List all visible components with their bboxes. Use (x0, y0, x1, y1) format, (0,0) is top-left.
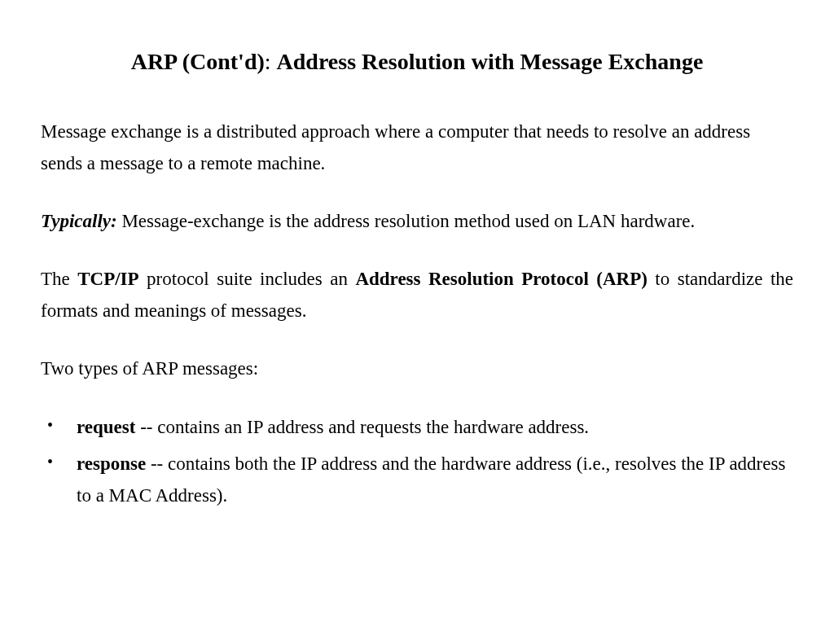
p3-arp: Address Resolution Protocol (ARP) (355, 269, 647, 289)
bullet-desc: -- contains an IP address and requests t… (135, 417, 589, 437)
slide-title: ARP (Cont'd): Address Resolution with Me… (41, 49, 793, 75)
typically-label: Typically: (41, 211, 117, 231)
title-separator: : (265, 49, 277, 74)
p3-part-c: protocol suite includes an (139, 269, 356, 289)
bullet-term: request (77, 417, 135, 437)
paragraph-typically: Typically: Message-exchange is the addre… (41, 205, 793, 237)
p3-tcpip: TCP/IP (77, 269, 138, 289)
p3-part-a: The (41, 269, 77, 289)
paragraph-two-types: Two types of ARP messages: (41, 353, 793, 384)
arp-message-types-list: request -- contains an IP address and re… (41, 411, 793, 511)
title-left: ARP (Cont'd) (131, 49, 265, 74)
bullet-term: response (77, 453, 146, 474)
paragraph-tcpip: The TCP/IP protocol suite includes an Ad… (41, 263, 793, 326)
title-right: Address Resolution with Message Exchange (277, 49, 704, 74)
typically-text: Message-exchange is the address resoluti… (117, 211, 696, 231)
paragraph-intro: Message exchange is a distributed approa… (41, 116, 793, 179)
list-item: request -- contains an IP address and re… (41, 411, 793, 443)
list-item: response -- contains both the IP address… (41, 448, 793, 511)
slide-content: ARP (Cont'd): Address Resolution with Me… (0, 0, 834, 557)
bullet-desc: -- contains both the IP address and the … (77, 453, 785, 506)
